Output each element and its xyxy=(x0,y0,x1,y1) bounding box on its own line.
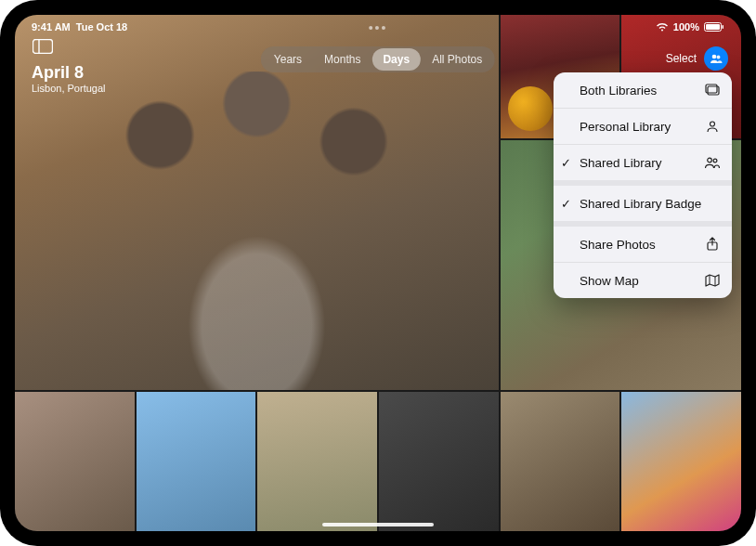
date-title: April 8 xyxy=(32,63,106,83)
menu-item-label: Show Map xyxy=(580,274,639,288)
checkmark-icon: ✓ xyxy=(561,197,571,211)
map-icon xyxy=(704,272,721,289)
menu-item-shared-library-badge[interactable]: ✓ Shared Library Badge xyxy=(554,180,732,221)
stacked-photos-icon xyxy=(704,82,721,98)
photo-thumb[interactable] xyxy=(137,392,256,531)
menu-item-label: Share Photos xyxy=(580,238,656,252)
photo-thumb[interactable] xyxy=(621,392,741,531)
svg-rect-3 xyxy=(33,40,53,54)
menu-item-label: Both Libraries xyxy=(580,84,657,98)
photo-thumb[interactable] xyxy=(15,392,135,531)
seg-days[interactable]: Days xyxy=(371,48,421,71)
menu-item-both-libraries[interactable]: Both Libraries xyxy=(554,72,732,108)
menu-item-shared-library[interactable]: ✓ Shared Library xyxy=(554,144,732,180)
screen: 9:41 AM Tue Oct 18 100% ••• xyxy=(15,15,741,531)
location-subtitle[interactable]: Lisbon, Portugal xyxy=(32,83,106,94)
seg-years[interactable]: Years xyxy=(263,48,313,71)
header-overlay: April 8 Lisbon, Portugal xyxy=(32,37,106,94)
photo-thumb[interactable] xyxy=(257,392,377,531)
library-filter-menu: Both Libraries Personal Library ✓ Shared… xyxy=(554,72,732,298)
home-indicator[interactable] xyxy=(322,523,434,526)
svg-point-9 xyxy=(710,122,715,126)
seg-all-photos[interactable]: All Photos xyxy=(421,48,493,71)
svg-point-6 xyxy=(717,56,721,59)
menu-item-share-photos[interactable]: Share Photos xyxy=(554,221,732,262)
checkmark-icon: ✓ xyxy=(561,156,571,170)
multitask-dots-icon[interactable]: ••• xyxy=(369,20,388,35)
select-button[interactable]: Select xyxy=(666,52,697,65)
svg-point-11 xyxy=(713,159,717,162)
menu-item-label: Personal Library xyxy=(580,120,671,134)
sidebar-toggle-button[interactable] xyxy=(32,37,54,56)
people-icon xyxy=(709,51,723,66)
person-icon xyxy=(704,118,721,135)
share-icon xyxy=(704,236,721,253)
menu-item-label: Shared Library xyxy=(580,156,662,170)
seg-months[interactable]: Months xyxy=(313,48,371,71)
blank-icon xyxy=(704,195,721,212)
svg-point-10 xyxy=(708,158,712,162)
view-segmented-control[interactable]: Years Months Days All Photos xyxy=(261,46,495,72)
menu-item-personal-library[interactable]: Personal Library xyxy=(554,108,732,144)
photo-thumb[interactable] xyxy=(501,392,620,531)
menu-item-label: Shared Library Badge xyxy=(580,197,701,211)
svg-point-5 xyxy=(712,55,717,59)
photo-thumb[interactable] xyxy=(379,392,499,531)
menu-item-show-map[interactable]: Show Map xyxy=(554,262,732,298)
people-icon xyxy=(704,154,721,171)
library-filter-button[interactable] xyxy=(704,46,728,71)
ipad-device-frame: 9:41 AM Tue Oct 18 100% ••• xyxy=(0,0,756,546)
top-right-controls: Select xyxy=(666,46,728,71)
